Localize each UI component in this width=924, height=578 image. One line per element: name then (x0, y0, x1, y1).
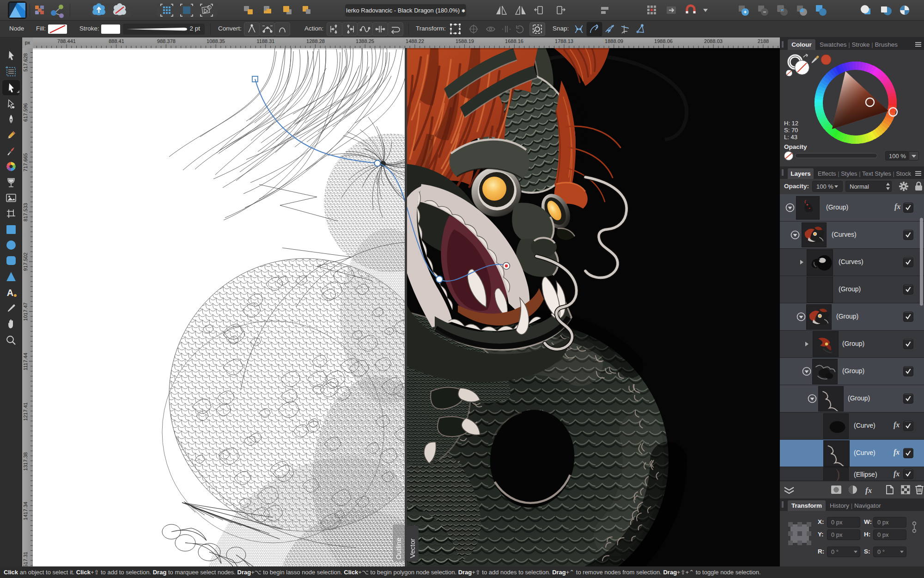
svg-text:788.441: 788.441 (57, 38, 76, 44)
svg-text:2088.03: 2088.03 (704, 38, 723, 44)
svg-text:1388.25: 1388.25 (356, 38, 374, 44)
svg-text:1517.31: 1517.31 (23, 552, 28, 566)
svg-text:1988.06: 1988.06 (654, 38, 673, 44)
svg-text:1488.22: 1488.22 (406, 38, 424, 44)
svg-text:Vector: Vector (408, 538, 416, 558)
svg-text:1317.38: 1317.38 (23, 452, 28, 471)
svg-text:1588.19: 1588.19 (456, 38, 474, 44)
svg-text:1217.41: 1217.41 (23, 402, 28, 421)
svg-text:617.596: 617.596 (23, 103, 28, 122)
svg-text:1417.34: 1417.34 (23, 502, 28, 520)
svg-text:1088.35: 1088.35 (207, 38, 225, 44)
svg-text:917.502: 917.502 (23, 252, 28, 271)
svg-text:Outline: Outline (395, 537, 402, 560)
svg-text:517.628: 517.628 (23, 53, 28, 72)
svg-text:2188: 2188 (758, 38, 769, 44)
svg-text:1688.16: 1688.16 (505, 38, 523, 44)
svg-text:888.41: 888.41 (109, 38, 124, 44)
svg-text:717.665: 717.665 (23, 153, 28, 172)
svg-text:817.533: 817.533 (23, 203, 28, 221)
svg-text:A: A (7, 288, 13, 298)
svg-text:1188.31: 1188.31 (257, 38, 275, 44)
svg-text:1117.44: 1117.44 (23, 353, 28, 370)
svg-text:988.378: 988.378 (157, 38, 176, 44)
svg-text:1288.28: 1288.28 (306, 38, 325, 44)
svg-text:1888.09: 1888.09 (605, 38, 623, 44)
svg-text:1788.13: 1788.13 (555, 38, 573, 44)
svg-text:fx: fx (865, 486, 872, 495)
svg-text:1017.47: 1017.47 (23, 302, 28, 321)
